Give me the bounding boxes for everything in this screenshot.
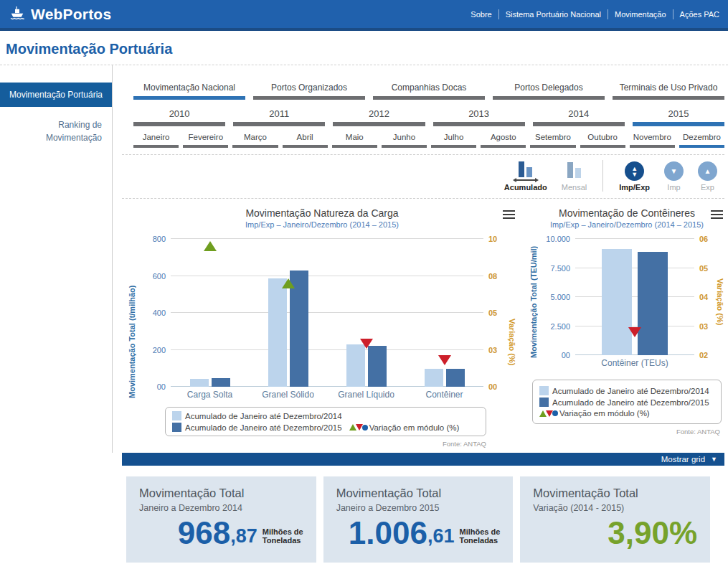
exp-icon: ▲ xyxy=(698,161,717,181)
bar xyxy=(602,249,632,355)
card-variacao: Movimentação Total Variação (2014 - 2015… xyxy=(520,476,710,563)
y-tick: 600 xyxy=(153,272,166,281)
nav-separator xyxy=(673,9,673,19)
month-tab-junho[interactable]: Junho xyxy=(382,133,427,148)
sidebar-item-movimentacao-portuaria[interactable]: Movimentação Portuária xyxy=(0,83,112,107)
y-tick: 00 xyxy=(157,382,166,391)
legend-item[interactable]: Acumulado de Janeiro até Dezembro/2014 xyxy=(539,386,714,395)
imp-exp-button[interactable]: ▲▼ Imp/Exp xyxy=(619,161,650,192)
y-tick: 10.000 xyxy=(546,235,570,243)
card-unit: Milhões deToneladas xyxy=(460,527,501,546)
legend-item[interactable]: Acumulado de Janeiro até Dezembro/2015 xyxy=(539,398,714,407)
tab-portos-delegados[interactable]: Portos Delegados xyxy=(493,83,605,100)
y2-axis-label: Variação (%) xyxy=(716,236,724,368)
legend-swatch xyxy=(172,411,181,420)
bar-groups xyxy=(171,239,483,387)
mensal-button[interactable]: Mensal xyxy=(562,161,587,192)
y2-tick: 03 xyxy=(699,322,708,331)
nav-link-acoes-pac[interactable]: Ações PAC xyxy=(680,10,719,19)
sidebar-item-ranking-de-movimentacao[interactable]: Ranking de Movimentação xyxy=(0,107,112,144)
brand-logo[interactable]: WebPortos xyxy=(9,4,111,24)
nav-link-sobre[interactable]: Sobre xyxy=(471,10,491,19)
chart-toolbar: Acumulado Mensal ▲▼ Imp/Exp ▼ Imp ▲ Exp xyxy=(122,160,724,192)
x-label: Contêiner (TEUs) xyxy=(575,358,694,368)
y2-axis-label: Variação (%) xyxy=(508,236,516,448)
bar-group-carga-solta xyxy=(171,239,249,387)
nav-link-sistema-portuario-nacional[interactable]: Sistema Portuário Nacional xyxy=(506,10,601,19)
bar xyxy=(425,369,443,387)
exp-button[interactable]: ▲ Exp xyxy=(698,161,717,192)
chart-menu-icon[interactable] xyxy=(711,208,723,221)
x-label: Granel Líquido xyxy=(327,390,405,400)
imp-exp-icon: ▲▼ xyxy=(625,161,644,181)
y-axis-label: Movimentação Total (t/milhão) xyxy=(128,236,136,448)
variation-marker xyxy=(438,355,451,365)
month-tab-maio[interactable]: Maio xyxy=(332,133,377,148)
legend-item-variation[interactable]: Variação em módulo (%) xyxy=(539,409,714,418)
month-tab-abril[interactable]: Abril xyxy=(283,133,328,148)
chart-legend: Acumulado de Janeiro até Dezembro/2014Ac… xyxy=(532,380,722,424)
month-tab-setembro[interactable]: Setembro xyxy=(530,133,575,148)
tab-companhias-docas[interactable]: Companhias Docas xyxy=(373,83,485,100)
y2-tick: 10 xyxy=(488,235,497,243)
y2-tick: 05 xyxy=(699,264,708,273)
chart-menu-icon[interactable] xyxy=(503,208,515,221)
x-label: Contêiner xyxy=(405,390,483,400)
month-tab-marco[interactable]: Março xyxy=(232,133,278,148)
tab-terminais-de-uso-privado[interactable]: Terminais de Uso Privado xyxy=(613,83,724,100)
year-tab-2013[interactable]: 2013 xyxy=(433,108,525,126)
divider xyxy=(122,198,724,199)
acumulado-button[interactable]: Acumulado xyxy=(504,160,547,192)
bar xyxy=(190,379,209,387)
year-tab-2010[interactable]: 2010 xyxy=(133,108,225,126)
y2-tick: 03 xyxy=(488,346,497,354)
y2-tick: 00 xyxy=(488,382,497,391)
bar xyxy=(268,278,287,387)
x-label: Granel Sólido xyxy=(249,390,327,400)
year-tab-2015[interactable]: 2015 xyxy=(633,108,724,126)
mostrar-grid-toggle[interactable]: Mostrar grid ▼ xyxy=(122,453,724,466)
bar xyxy=(368,346,387,387)
monthly-bars-icon xyxy=(567,161,581,178)
y-tick: 5.000 xyxy=(550,293,570,301)
variation-marker xyxy=(628,327,641,337)
month-tab-outubro[interactable]: Outubro xyxy=(580,133,625,148)
ship-icon xyxy=(9,4,26,24)
legend-item-variation[interactable]: Variação em módulo (%) xyxy=(349,423,460,432)
tab-portos-organizados[interactable]: Portos Organizados xyxy=(253,83,365,100)
legend-item[interactable]: Acumulado de Janeiro até Dezembro/2015 xyxy=(172,423,342,432)
imp-button[interactable]: ▼ Imp xyxy=(664,161,684,192)
page-title: Movimentação Portuária xyxy=(6,41,722,57)
top-header: WebPortos SobreSistema Portuário Naciona… xyxy=(0,0,728,31)
accumulated-bars-icon xyxy=(519,160,532,177)
year-tab-2012[interactable]: 2012 xyxy=(333,108,425,126)
nav-separator xyxy=(498,9,499,19)
year-tab-2014[interactable]: 2014 xyxy=(533,108,625,126)
imp-icon: ▼ xyxy=(664,161,684,181)
month-tab-fevereiro[interactable]: Fevereiro xyxy=(183,133,228,148)
nav-link-movimentacao[interactable]: Movimentação xyxy=(615,10,666,19)
month-tabs: JaneiroFevereiroMarçoAbrilMaioJunhoJulho… xyxy=(133,133,724,148)
chart-title: Movimentação Natureza da Carga xyxy=(128,207,516,219)
year-tab-2011[interactable]: 2011 xyxy=(233,108,325,126)
x-label: Carga Solta xyxy=(171,390,249,400)
header-nav: SobreSistema Portuário NacionalMovimenta… xyxy=(471,9,719,19)
brand-name: WebPortos xyxy=(31,6,111,23)
tab-movimentacao-nacional[interactable]: Movimentação Nacional xyxy=(133,83,245,100)
y-tick: 400 xyxy=(153,309,166,317)
bar-group-granel-solido xyxy=(249,239,327,387)
month-tab-dezembro[interactable]: Dezembro xyxy=(679,133,724,148)
month-tab-novembro[interactable]: Novembro xyxy=(630,133,675,148)
legend-item[interactable]: Acumulado de Janeiro até Dezembro/2014 xyxy=(172,411,342,420)
month-tab-janeiro[interactable]: Janeiro xyxy=(133,133,179,148)
x-axis-labels: Contêiner (TEUs) xyxy=(575,358,694,368)
chart-subtitle: Imp/Exp – Janeiro/Dezembro (2014 – 2015) xyxy=(550,220,704,229)
month-tab-agosto[interactable]: Agosto xyxy=(481,133,526,148)
card-value: 3,90% xyxy=(608,520,697,546)
month-tab-julho[interactable]: Julho xyxy=(431,133,476,148)
bar xyxy=(446,369,465,387)
year-tabs: 201020112012201320142015 xyxy=(133,108,724,126)
chart-subtitle: Imp/Exp – Janeiro/Dezembro (2014 – 2015) xyxy=(128,220,516,229)
card-total-2015: Movimentação Total Janeiro a Dezembro 20… xyxy=(323,476,514,563)
plot-area: 00022.500035.000047.5000510.00006 xyxy=(575,239,694,355)
